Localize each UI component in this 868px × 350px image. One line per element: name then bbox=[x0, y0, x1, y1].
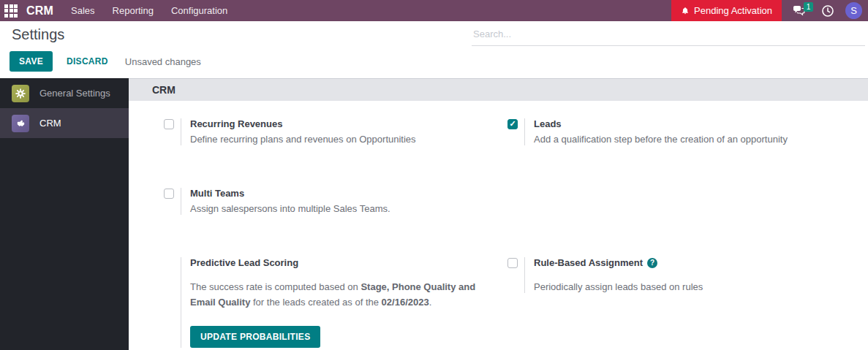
sidebar-item-label: General Settings bbox=[39, 88, 110, 99]
option-predictive-lead-scoring: Predictive Lead Scoring The success rate… bbox=[181, 257, 502, 348]
settings-header: Settings SAVE DISCARD Unsaved changes bbox=[0, 21, 868, 78]
crm-section-header: CRM bbox=[129, 78, 868, 101]
header-actions: SAVE DISCARD Unsaved changes bbox=[10, 51, 201, 72]
crm-settings-screen: CRM Sales Reporting Configuration Pendin… bbox=[0, 0, 868, 350]
menu-configuration[interactable]: Configuration bbox=[171, 5, 227, 16]
systray: Pending Activation 1 bbox=[671, 0, 868, 21]
gear-icon bbox=[12, 85, 29, 102]
page-title: Settings bbox=[12, 26, 64, 43]
search-box bbox=[472, 26, 865, 46]
discard-button[interactable]: DISCARD bbox=[62, 51, 113, 72]
app-brand[interactable]: CRM bbox=[26, 4, 53, 18]
option-description: Assign salespersons into multiple Sales … bbox=[190, 202, 390, 215]
option-leads: Leads Add a qualification step before th… bbox=[507, 118, 851, 145]
search-input[interactable] bbox=[472, 26, 865, 46]
pending-activation-label: Pending Activation bbox=[694, 5, 772, 16]
settings-sidebar: General Settings CRM bbox=[0, 78, 129, 350]
menu-reporting[interactable]: Reporting bbox=[113, 5, 154, 16]
save-button[interactable]: SAVE bbox=[10, 51, 53, 72]
update-probabilities-button[interactable]: UPDATE PROBABILITIES bbox=[190, 326, 320, 348]
rule-based-assignment-checkbox[interactable] bbox=[507, 258, 518, 268]
option-title: Predictive Lead Scoring bbox=[190, 257, 483, 268]
help-icon[interactable]: ? bbox=[647, 258, 657, 268]
settings-main: CRM Recurring Revenues Define recurring … bbox=[129, 78, 868, 350]
option-title: Recurring Revenues bbox=[190, 118, 416, 129]
sidebar-item-general-settings[interactable]: General Settings bbox=[0, 78, 129, 108]
top-navbar: CRM Sales Reporting Configuration Pendin… bbox=[0, 0, 868, 21]
messages-button[interactable]: 1 bbox=[793, 5, 806, 16]
recurring-revenues-checkbox[interactable] bbox=[164, 119, 174, 129]
option-description: The success rate is computed based on St… bbox=[190, 279, 483, 310]
multi-teams-checkbox[interactable] bbox=[164, 189, 174, 199]
activities-button[interactable] bbox=[821, 4, 834, 18]
option-title: Multi Teams bbox=[190, 188, 390, 199]
option-recurring-revenues: Recurring Revenues Define recurring plan… bbox=[164, 118, 486, 145]
sidebar-item-label: CRM bbox=[39, 118, 61, 129]
option-description: Define recurring plans and revenues on O… bbox=[190, 133, 416, 145]
option-description: Periodically assign leads based on rules bbox=[534, 281, 703, 293]
pending-activation-button[interactable]: Pending Activation bbox=[671, 0, 782, 21]
sidebar-item-crm[interactable]: CRM bbox=[0, 108, 129, 138]
option-description: Add a qualification step before the crea… bbox=[534, 133, 788, 145]
top-menu: Sales Reporting Configuration bbox=[71, 5, 227, 16]
leads-checkbox[interactable] bbox=[507, 119, 518, 129]
user-avatar[interactable]: S bbox=[845, 2, 862, 19]
apps-menu-button[interactable] bbox=[0, 0, 22, 21]
clock-icon bbox=[821, 4, 834, 18]
option-title: Leads bbox=[534, 118, 788, 129]
option-rule-based-assignment: Rule-Based Assignment ? Periodically ass… bbox=[507, 257, 851, 293]
apps-grid-icon bbox=[4, 4, 18, 18]
unsaved-changes-label: Unsaved changes bbox=[125, 56, 201, 67]
messages-count-badge: 1 bbox=[804, 2, 813, 12]
handshake-icon bbox=[12, 115, 29, 132]
option-title: Rule-Based Assignment ? bbox=[534, 257, 703, 268]
bell-icon bbox=[681, 7, 690, 15]
section-title: CRM bbox=[152, 84, 176, 96]
option-multi-teams: Multi Teams Assign salespersons into mul… bbox=[164, 188, 486, 215]
settings-body: General Settings CRM CRM Rec bbox=[0, 78, 868, 350]
menu-sales[interactable]: Sales bbox=[71, 5, 95, 16]
